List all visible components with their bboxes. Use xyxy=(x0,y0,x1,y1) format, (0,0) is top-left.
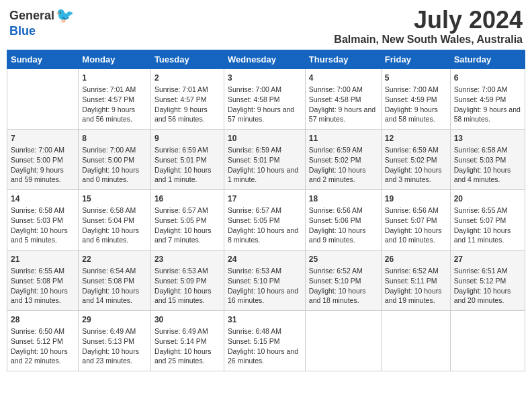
calendar-cell: 28Sunrise: 6:50 AMSunset: 5:12 PMDayligh… xyxy=(7,310,79,371)
calendar-cell xyxy=(305,310,381,371)
logo-bird-icon: 🐦 xyxy=(56,7,74,24)
day-info: Sunrise: 7:00 AMSunset: 4:59 PMDaylight:… xyxy=(454,85,521,124)
weekday-header-monday: Monday xyxy=(79,50,151,68)
page-header: General 🐦 Blue July 2024 Balmain, New So… xyxy=(7,7,525,46)
day-info: Sunrise: 7:00 AMSunset: 4:58 PMDaylight:… xyxy=(228,85,302,124)
day-info: Sunrise: 6:59 AMSunset: 5:01 PMDaylight:… xyxy=(154,145,220,185)
day-info: Sunrise: 7:00 AMSunset: 4:58 PMDaylight:… xyxy=(309,85,378,124)
day-number: 5 xyxy=(385,73,447,84)
calendar-cell: 6Sunrise: 7:00 AMSunset: 4:59 PMDaylight… xyxy=(450,68,525,129)
day-number: 20 xyxy=(454,193,521,205)
weekday-header-saturday: Saturday xyxy=(450,50,525,68)
calendar-cell xyxy=(450,310,525,371)
day-number: 21 xyxy=(11,254,75,265)
calendar-cell: 30Sunrise: 6:49 AMSunset: 5:14 PMDayligh… xyxy=(150,310,224,371)
day-number: 19 xyxy=(385,193,447,205)
calendar-cell: 4Sunrise: 7:00 AMSunset: 4:58 PMDaylight… xyxy=(305,68,381,129)
calendar-cell: 9Sunrise: 6:59 AMSunset: 5:01 PMDaylight… xyxy=(150,129,224,189)
calendar-cell: 25Sunrise: 6:52 AMSunset: 5:10 PMDayligh… xyxy=(305,250,381,310)
day-info: Sunrise: 7:00 AMSunset: 4:59 PMDaylight:… xyxy=(385,85,447,124)
calendar-cell: 26Sunrise: 6:52 AMSunset: 5:11 PMDayligh… xyxy=(381,250,450,310)
day-info: Sunrise: 6:59 AMSunset: 5:02 PMDaylight:… xyxy=(309,145,378,185)
calendar-cell: 18Sunrise: 6:56 AMSunset: 5:06 PMDayligh… xyxy=(305,189,381,250)
day-info: Sunrise: 7:00 AMSunset: 5:00 PMDaylight:… xyxy=(82,145,147,185)
calendar-cell: 5Sunrise: 7:00 AMSunset: 4:59 PMDaylight… xyxy=(381,68,450,129)
calendar-cell: 21Sunrise: 6:55 AMSunset: 5:08 PMDayligh… xyxy=(7,250,79,310)
day-info: Sunrise: 6:53 AMSunset: 5:10 PMDaylight:… xyxy=(228,266,302,306)
calendar-cell: 2Sunrise: 7:01 AMSunset: 4:57 PMDaylight… xyxy=(150,68,224,129)
day-number: 15 xyxy=(82,193,147,205)
day-number: 30 xyxy=(154,314,220,326)
calendar-cell: 17Sunrise: 6:57 AMSunset: 5:05 PMDayligh… xyxy=(224,189,305,250)
day-info: Sunrise: 6:55 AMSunset: 5:07 PMDaylight:… xyxy=(454,205,521,245)
day-info: Sunrise: 6:48 AMSunset: 5:15 PMDaylight:… xyxy=(228,326,302,366)
weekday-header-tuesday: Tuesday xyxy=(150,50,224,68)
day-number: 16 xyxy=(154,193,220,205)
day-number: 8 xyxy=(82,133,147,144)
calendar-cell: 8Sunrise: 7:00 AMSunset: 5:00 PMDaylight… xyxy=(79,129,151,189)
calendar-cell: 13Sunrise: 6:58 AMSunset: 5:03 PMDayligh… xyxy=(450,129,525,189)
calendar-cell: 23Sunrise: 6:53 AMSunset: 5:09 PMDayligh… xyxy=(150,250,224,310)
day-number: 28 xyxy=(11,314,75,326)
calendar-cell: 15Sunrise: 6:58 AMSunset: 5:04 PMDayligh… xyxy=(79,189,151,250)
calendar-table: SundayMondayTuesdayWednesdayThursdayFrid… xyxy=(7,50,525,371)
day-info: Sunrise: 6:56 AMSunset: 5:06 PMDaylight:… xyxy=(309,205,378,245)
day-number: 2 xyxy=(154,73,220,84)
day-number: 22 xyxy=(82,254,147,265)
day-number: 11 xyxy=(309,133,378,144)
calendar-cell: 29Sunrise: 6:49 AMSunset: 5:13 PMDayligh… xyxy=(79,310,151,371)
day-info: Sunrise: 6:58 AMSunset: 5:04 PMDaylight:… xyxy=(82,205,147,245)
day-info: Sunrise: 6:53 AMSunset: 5:09 PMDaylight:… xyxy=(154,266,220,306)
day-info: Sunrise: 6:55 AMSunset: 5:08 PMDaylight:… xyxy=(11,266,75,306)
calendar-cell: 14Sunrise: 6:58 AMSunset: 5:03 PMDayligh… xyxy=(7,189,79,250)
day-info: Sunrise: 6:58 AMSunset: 5:03 PMDaylight:… xyxy=(11,205,75,245)
calendar-cell: 12Sunrise: 6:59 AMSunset: 5:02 PMDayligh… xyxy=(381,129,450,189)
month-title: July 2024 xyxy=(334,7,523,34)
weekday-header-wednesday: Wednesday xyxy=(224,50,305,68)
day-number: 4 xyxy=(309,73,378,84)
calendar-cell: 16Sunrise: 6:57 AMSunset: 5:05 PMDayligh… xyxy=(150,189,224,250)
day-number: 23 xyxy=(154,254,220,265)
day-info: Sunrise: 6:59 AMSunset: 5:01 PMDaylight:… xyxy=(228,145,302,185)
calendar-cell: 11Sunrise: 6:59 AMSunset: 5:02 PMDayligh… xyxy=(305,129,381,189)
calendar-cell: 10Sunrise: 6:59 AMSunset: 5:01 PMDayligh… xyxy=(224,129,305,189)
day-info: Sunrise: 7:01 AMSunset: 4:57 PMDaylight:… xyxy=(154,85,220,124)
day-number: 14 xyxy=(11,193,75,205)
day-number: 18 xyxy=(309,193,378,205)
day-info: Sunrise: 6:57 AMSunset: 5:05 PMDaylight:… xyxy=(228,205,302,245)
logo-blue: Blue xyxy=(9,24,36,38)
day-info: Sunrise: 6:59 AMSunset: 5:02 PMDaylight:… xyxy=(385,145,447,185)
day-number: 31 xyxy=(228,314,302,326)
day-number: 13 xyxy=(454,133,521,144)
calendar-cell: 7Sunrise: 7:00 AMSunset: 5:00 PMDaylight… xyxy=(7,129,79,189)
day-number: 1 xyxy=(82,73,147,84)
day-info: Sunrise: 6:49 AMSunset: 5:14 PMDaylight:… xyxy=(154,326,220,366)
calendar-cell: 22Sunrise: 6:54 AMSunset: 5:08 PMDayligh… xyxy=(79,250,151,310)
day-number: 29 xyxy=(82,314,147,326)
calendar-cell xyxy=(7,68,79,129)
day-info: Sunrise: 6:51 AMSunset: 5:12 PMDaylight:… xyxy=(454,266,521,306)
calendar-cell: 24Sunrise: 6:53 AMSunset: 5:10 PMDayligh… xyxy=(224,250,305,310)
location-title: Balmain, New South Wales, Australia xyxy=(334,34,523,46)
title-block: July 2024 Balmain, New South Wales, Aust… xyxy=(334,7,523,46)
day-info: Sunrise: 6:56 AMSunset: 5:07 PMDaylight:… xyxy=(385,205,447,245)
calendar-cell: 19Sunrise: 6:56 AMSunset: 5:07 PMDayligh… xyxy=(381,189,450,250)
day-info: Sunrise: 6:57 AMSunset: 5:05 PMDaylight:… xyxy=(154,205,220,245)
calendar-cell: 31Sunrise: 6:48 AMSunset: 5:15 PMDayligh… xyxy=(224,310,305,371)
calendar-cell: 3Sunrise: 7:00 AMSunset: 4:58 PMDaylight… xyxy=(224,68,305,129)
day-number: 12 xyxy=(385,133,447,144)
day-info: Sunrise: 6:52 AMSunset: 5:10 PMDaylight:… xyxy=(309,266,378,306)
day-info: Sunrise: 6:54 AMSunset: 5:08 PMDaylight:… xyxy=(82,266,147,306)
calendar-cell: 20Sunrise: 6:55 AMSunset: 5:07 PMDayligh… xyxy=(450,189,525,250)
logo-general: General xyxy=(9,9,54,23)
day-info: Sunrise: 6:49 AMSunset: 5:13 PMDaylight:… xyxy=(82,326,147,366)
day-number: 27 xyxy=(454,254,521,265)
day-number: 7 xyxy=(11,133,75,144)
day-number: 6 xyxy=(454,73,521,84)
calendar-cell xyxy=(381,310,450,371)
calendar-cell: 27Sunrise: 6:51 AMSunset: 5:12 PMDayligh… xyxy=(450,250,525,310)
day-number: 24 xyxy=(228,254,302,265)
day-number: 25 xyxy=(309,254,378,265)
weekday-header-thursday: Thursday xyxy=(305,50,381,68)
day-number: 26 xyxy=(385,254,447,265)
